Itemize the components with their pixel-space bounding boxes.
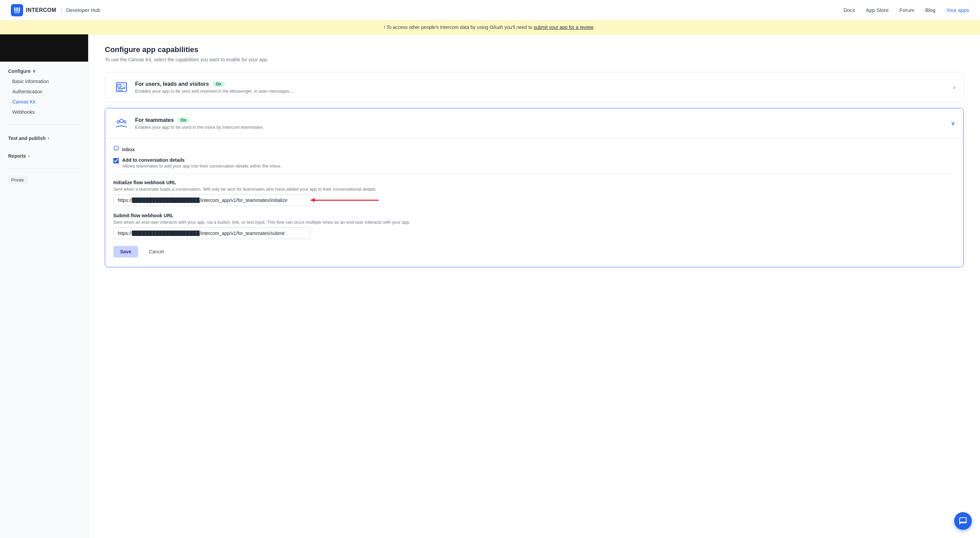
init-webhook-input-wrapper bbox=[113, 195, 311, 206]
banner-text: To access other people's Intercom data b… bbox=[387, 24, 534, 30]
capability-users-desc: Enables your app to be sent and received… bbox=[135, 89, 294, 94]
form-actions: Save Cancel bbox=[113, 246, 955, 257]
svg-rect-2 bbox=[19, 7, 20, 11]
capability-card-teammates-header[interactable]: For teammates On Enables your app to be … bbox=[105, 108, 963, 138]
inbox-section-label: Inbox bbox=[113, 145, 955, 153]
teammates-capability-icon bbox=[113, 115, 130, 131]
capability-card-teammates: For teammates On Enables your app to be … bbox=[105, 108, 964, 267]
reports-label: Reports bbox=[8, 153, 26, 159]
oauth-banner: ! To access other people's Intercom data… bbox=[0, 21, 980, 34]
capability-teammates-desc: Enables your app to be used in the inbox… bbox=[135, 125, 263, 130]
svg-point-9 bbox=[120, 119, 123, 123]
capability-users-info: For users, leads and visitors On Enables… bbox=[135, 81, 294, 94]
header-divider: | bbox=[60, 6, 62, 14]
sidebar-item-basic-information[interactable]: Basic information bbox=[8, 77, 80, 86]
main-layout: Configure ∨ Basic information Authentica… bbox=[0, 34, 980, 538]
sidebar-test-publish-section: Test and publish › bbox=[0, 129, 88, 147]
init-webhook-input[interactable] bbox=[113, 195, 311, 206]
add-to-conversation-info: Add to conversation details Allows teamm… bbox=[122, 157, 282, 169]
add-to-conversation-row: Add to conversation details Allows teamm… bbox=[113, 157, 955, 169]
intercom-logo-svg bbox=[13, 6, 21, 14]
submit-webhook-form-group: Submit flow webhook URL Sent when an end… bbox=[113, 213, 955, 239]
inbox-icon bbox=[113, 145, 119, 153]
sidebar-item-webhooks[interactable]: Webhooks bbox=[8, 107, 80, 117]
capability-card-users-header[interactable]: For users, leads and visitors On Enables… bbox=[105, 72, 963, 102]
capability-card-users-left: For users, leads and visitors On Enables… bbox=[113, 79, 294, 95]
red-arrow-annotation bbox=[311, 200, 379, 201]
save-button[interactable]: Save bbox=[113, 246, 138, 257]
logo-text: INTERCOM bbox=[26, 7, 56, 13]
nav-app-store[interactable]: App Store bbox=[866, 7, 889, 13]
configure-label: Configure bbox=[8, 69, 30, 74]
chat-button[interactable] bbox=[954, 512, 972, 530]
nav-your-apps[interactable]: Your apps bbox=[946, 7, 969, 13]
sidebar-divider-2 bbox=[8, 168, 80, 169]
svg-rect-5 bbox=[118, 85, 121, 87]
logo-icon bbox=[11, 4, 23, 16]
nav-docs[interactable]: Docs bbox=[843, 7, 855, 13]
teammates-card-chevron-icon: ∨ bbox=[951, 120, 955, 127]
reports-title[interactable]: Reports › bbox=[8, 153, 80, 159]
red-arrow-line bbox=[311, 200, 379, 201]
intercom-logo: INTERCOM bbox=[11, 4, 56, 16]
page-subtitle: To use the Canvas Kit, select the capabi… bbox=[105, 57, 964, 62]
test-publish-label: Test and publish bbox=[8, 136, 46, 141]
svg-rect-1 bbox=[16, 7, 18, 11]
cancel-button[interactable]: Cancel bbox=[142, 246, 171, 257]
submit-webhook-input[interactable] bbox=[113, 227, 311, 239]
page-title: Configure app capabilities bbox=[105, 45, 964, 54]
svg-point-11 bbox=[124, 121, 126, 123]
users-card-chevron-icon: › bbox=[953, 84, 955, 91]
sidebar-reports-section: Reports › bbox=[0, 147, 88, 164]
submit-webhook-label: Submit flow webhook URL bbox=[113, 213, 955, 218]
sidebar-configure-section: Configure ∨ Basic information Authentica… bbox=[0, 62, 88, 120]
section-divider-1 bbox=[113, 174, 955, 174]
sidebar-app-block bbox=[0, 34, 88, 62]
test-publish-chevron-icon: › bbox=[48, 136, 49, 140]
checkbox-label: Add to conversation details bbox=[122, 157, 282, 163]
svg-rect-0 bbox=[14, 7, 16, 11]
reports-chevron-icon: › bbox=[28, 153, 30, 158]
configure-section-title[interactable]: Configure ∨ bbox=[8, 69, 80, 74]
configure-chevron-icon: ∨ bbox=[33, 69, 36, 73]
users-capability-icon bbox=[113, 79, 130, 95]
header-subtitle: Developer Hub bbox=[66, 7, 100, 13]
banner-icon: ! bbox=[384, 24, 385, 30]
sidebar-divider-1 bbox=[8, 124, 80, 125]
svg-rect-3 bbox=[14, 12, 20, 13]
chat-icon bbox=[959, 517, 967, 525]
capability-card-users: For users, leads and visitors On Enables… bbox=[105, 72, 964, 102]
banner-link[interactable]: submit your app for a review bbox=[533, 24, 593, 30]
capability-users-title: For users, leads and visitors On bbox=[135, 81, 294, 87]
svg-point-10 bbox=[117, 121, 119, 123]
sidebar-item-canvas-kit[interactable]: Canvas Kit bbox=[8, 97, 80, 107]
main-content: Configure app capabilities To use the Ca… bbox=[89, 34, 980, 538]
header-nav: Docs App Store Forum Blog Your apps bbox=[843, 7, 969, 13]
checkbox-desc: Allows teammates to add your app into th… bbox=[122, 163, 282, 169]
test-publish-title[interactable]: Test and publish › bbox=[8, 136, 80, 141]
header-left: INTERCOM | Developer Hub bbox=[11, 4, 100, 16]
add-to-conversation-checkbox[interactable] bbox=[113, 158, 119, 163]
sidebar-badge: Private bbox=[8, 177, 27, 184]
capability-teammates-info: For teammates On Enables your app to be … bbox=[135, 117, 263, 130]
capability-teammates-title: For teammates On bbox=[135, 117, 263, 123]
capability-card-teammates-left: For teammates On Enables your app to be … bbox=[113, 115, 263, 131]
init-webhook-desc: Sent when a teammate loads a conversatio… bbox=[113, 187, 955, 192]
init-webhook-label: Initialize flow webhook URL bbox=[113, 180, 955, 185]
users-status-badge: On bbox=[212, 81, 225, 87]
nav-blog[interactable]: Blog bbox=[925, 7, 935, 13]
sidebar: Configure ∨ Basic information Authentica… bbox=[0, 34, 89, 538]
nav-forum[interactable]: Forum bbox=[900, 7, 914, 13]
submit-webhook-desc: Sent when an end-user interacts with you… bbox=[113, 220, 955, 225]
header: INTERCOM | Developer Hub Docs App Store … bbox=[0, 0, 980, 21]
inbox-label: Inbox bbox=[122, 147, 135, 152]
banner-text-end: . bbox=[595, 24, 596, 30]
sidebar-item-authentication[interactable]: Authentication bbox=[8, 87, 80, 96]
teammates-status-badge: On bbox=[177, 117, 190, 123]
capability-teammates-body: Inbox Add to conversation details Allows… bbox=[105, 138, 963, 267]
init-webhook-form-group: Initialize flow webhook URL Sent when a … bbox=[113, 180, 955, 206]
svg-point-8 bbox=[123, 84, 126, 86]
